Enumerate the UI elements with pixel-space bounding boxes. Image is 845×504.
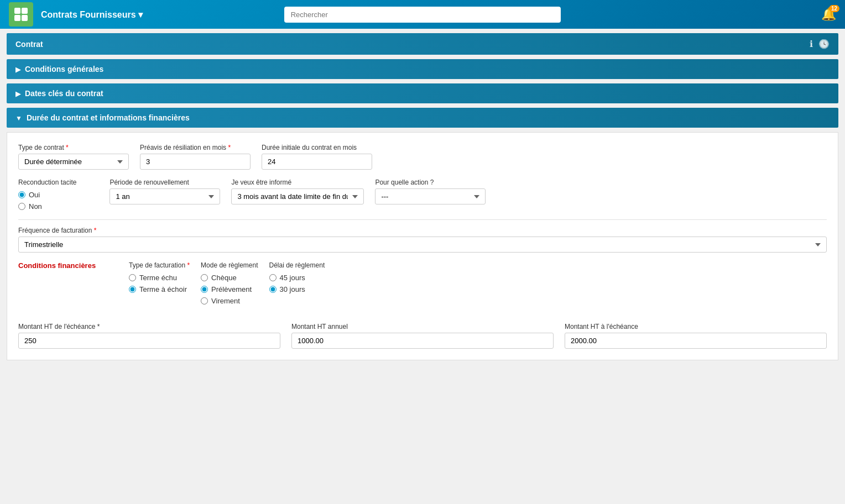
terme-echoir-label[interactable]: Terme à échoir xyxy=(129,285,190,293)
preavis-input[interactable] xyxy=(140,154,251,170)
frequence-label: Fréquence de facturation * xyxy=(18,227,827,234)
row-type-preavis-duree: Type de contrat * Durée déterminée Durée… xyxy=(18,144,827,170)
conditions-generales-bar[interactable]: Conditions générales xyxy=(7,59,838,79)
pour-quelle-action-select[interactable]: --- xyxy=(375,188,486,204)
monetary-row: Montant HT de l'échéance * Montant HT an… xyxy=(18,323,827,349)
periode-renouvellement-select[interactable]: 1 an 2 ans 3 ans xyxy=(109,188,220,204)
dates-cles-bar[interactable]: Dates clés du contrat xyxy=(7,83,838,103)
contrat-title-area: Contrat xyxy=(15,40,43,49)
montant-ht-input[interactable] xyxy=(18,333,280,349)
terme-echu-label[interactable]: Terme échu xyxy=(129,274,190,282)
reconduction-non-radio[interactable] xyxy=(18,203,25,210)
type-facturation-radio-group: Terme échu Terme à échoir xyxy=(129,274,190,293)
reconduction-oui-label[interactable]: Oui xyxy=(18,191,76,199)
reconduction-oui-radio[interactable] xyxy=(18,191,25,198)
frequence-select[interactable]: Trimestrielle Mensuelle Annuelle xyxy=(18,237,827,253)
prelevement-label[interactable]: Prélèvement xyxy=(201,285,258,293)
contrat-label: Contrat xyxy=(15,40,43,49)
j30-label[interactable]: 30 jours xyxy=(269,285,325,293)
logo xyxy=(9,2,33,27)
reconduction-label: Reconduction tacite xyxy=(18,179,76,186)
cheque-radio[interactable] xyxy=(201,274,208,281)
duree-initiale-group: Durée initiale du contrat en mois xyxy=(262,144,372,170)
montant-ht-label: Montant HT de l'échéance * xyxy=(18,323,280,330)
duree-initiale-label: Durée initiale du contrat en mois xyxy=(262,144,372,151)
montant-echeance-input[interactable] xyxy=(565,333,827,349)
virement-radio[interactable] xyxy=(201,297,208,305)
row-reconduction: Reconduction tacite Oui Non Période de r… xyxy=(18,179,827,211)
frequence-group: Fréquence de facturation * Trimestrielle… xyxy=(18,227,827,253)
delai-reglement-radio-group: 45 jours 30 jours xyxy=(269,274,325,293)
reconduction-non-label[interactable]: Non xyxy=(18,202,76,211)
virement-label[interactable]: Virement xyxy=(201,297,258,305)
mode-reglement-group: Mode de règlement Chèque Prélèvement Vir… xyxy=(201,261,258,305)
montant-annuel-group: Montant HT annuel xyxy=(291,323,554,349)
periode-renouvellement-group: Période de renouvellement 1 an 2 ans 3 a… xyxy=(109,179,220,204)
cheque-label[interactable]: Chèque xyxy=(201,274,258,282)
duree-contrat-bar[interactable]: Durée du contrat et informations financi… xyxy=(7,108,838,128)
history-icon[interactable]: 🕓 xyxy=(818,39,830,49)
prelevement-radio[interactable] xyxy=(201,286,208,293)
montant-annuel-label: Montant HT annuel xyxy=(291,323,554,330)
j45-radio[interactable] xyxy=(269,274,277,281)
montant-echeance-label: Montant HT à l'échéance xyxy=(565,323,827,330)
row-frequence: Fréquence de facturation * Trimestrielle… xyxy=(18,227,827,253)
expand-icon xyxy=(15,65,20,74)
montant-annuel-input[interactable] xyxy=(291,333,554,349)
contrat-icons: ℹ 🕓 xyxy=(810,39,830,49)
collapse-icon xyxy=(15,113,22,122)
j30-radio[interactable] xyxy=(269,286,277,293)
svg-rect-0 xyxy=(14,8,20,14)
type-facturation-group: Type de facturation * Terme échu Terme à… xyxy=(129,261,190,293)
montant-ht-group: Montant HT de l'échéance * xyxy=(18,323,280,349)
duree-initiale-input[interactable] xyxy=(262,154,372,170)
search-input[interactable] xyxy=(284,7,561,23)
duree-contrat-label: Durée du contrat et informations financi… xyxy=(27,113,190,122)
terme-echu-radio[interactable] xyxy=(129,274,136,281)
svg-rect-2 xyxy=(14,15,20,21)
conditions-financieres-title: Conditions financières xyxy=(18,261,118,270)
conditions-generales-title: Conditions générales xyxy=(15,65,103,74)
preavis-group: Préavis de résiliation en mois * xyxy=(140,144,251,170)
type-contrat-group: Type de contrat * Durée déterminée Durée… xyxy=(18,144,129,170)
conditions-generales-label: Conditions générales xyxy=(25,65,103,74)
delai-reglement-label: Délai de règlement xyxy=(269,261,325,269)
svg-rect-1 xyxy=(22,8,28,14)
type-facturation-label: Type de facturation * xyxy=(129,261,190,269)
info-icon[interactable]: ℹ xyxy=(810,39,813,49)
pour-quelle-action-label: Pour quelle action ? xyxy=(375,179,486,186)
dates-cles-label: Dates clés du contrat xyxy=(25,89,103,98)
svg-rect-3 xyxy=(22,15,28,21)
delai-reglement-group: Délai de règlement 45 jours 30 jours xyxy=(269,261,325,293)
duree-contrat-form: Type de contrat * Durée déterminée Durée… xyxy=(7,132,838,360)
reconduction-radio-group: Oui Non xyxy=(18,191,76,211)
divider-1 xyxy=(18,219,827,220)
duree-contrat-title: Durée du contrat et informations financi… xyxy=(15,113,190,122)
expand-icon-dates xyxy=(15,89,20,98)
dates-cles-title: Dates clés du contrat xyxy=(15,89,103,98)
type-contrat-select[interactable]: Durée déterminée Durée indéterminée xyxy=(18,154,129,170)
mode-reglement-radio-group: Chèque Prélèvement Virement xyxy=(201,274,258,305)
terme-echoir-radio[interactable] xyxy=(129,286,136,293)
periode-renouvellement-label: Période de renouvellement xyxy=(109,179,220,186)
preavis-label: Préavis de résiliation en mois * xyxy=(140,144,251,151)
topnav: Contrats Fournisseurs ▾ 🔔 12 xyxy=(0,0,845,29)
app-title[interactable]: Contrats Fournisseurs ▾ xyxy=(41,9,143,20)
notification-button[interactable]: 🔔 12 xyxy=(821,7,836,22)
type-contrat-label: Type de contrat * xyxy=(18,144,129,151)
search-bar xyxy=(284,7,561,23)
reconduction-group: Reconduction tacite Oui Non xyxy=(18,179,76,211)
notification-badge: 12 xyxy=(829,5,839,12)
je-veux-group: Je veux être informé 3 mois avant la dat… xyxy=(231,179,364,204)
contrat-section-bar: Contrat ℹ 🕓 xyxy=(7,33,838,55)
montant-echeance-group: Montant HT à l'échéance xyxy=(565,323,827,349)
j45-label[interactable]: 45 jours xyxy=(269,274,325,282)
mode-reglement-label: Mode de règlement xyxy=(201,261,258,269)
je-veux-label: Je veux être informé xyxy=(231,179,364,186)
je-veux-select[interactable]: 3 mois avant la date limite de fin du co… xyxy=(231,188,364,204)
pour-quelle-action-group: Pour quelle action ? --- xyxy=(375,179,486,204)
row-conditions-financieres: Conditions financières Type de facturati… xyxy=(18,261,827,305)
main-content: Contrat ℹ 🕓 Conditions générales Dates c… xyxy=(0,33,845,376)
